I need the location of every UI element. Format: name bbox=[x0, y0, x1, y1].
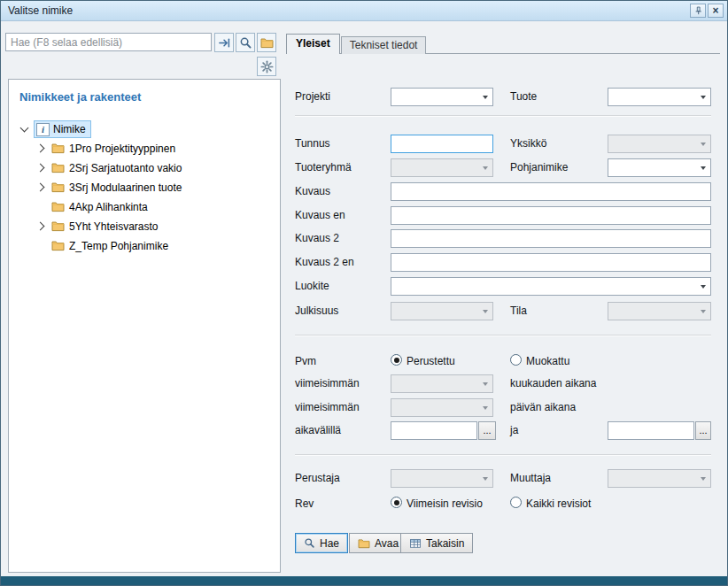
julkisuus-label: Julkisuus bbox=[295, 305, 338, 317]
perustaja-label: Perustaja bbox=[295, 472, 340, 484]
chevron-down-icon bbox=[696, 470, 710, 487]
search-input[interactable] bbox=[5, 33, 212, 51]
tree-root-item[interactable]: i Nimike bbox=[9, 120, 280, 139]
pvm-label: Pvm bbox=[295, 355, 316, 367]
projekti-label: Projekti bbox=[295, 90, 330, 103]
chevron-right-icon[interactable] bbox=[36, 183, 45, 192]
gear-icon bbox=[260, 60, 274, 73]
perustettu-radio[interactable] bbox=[391, 354, 402, 366]
chevron-right-icon[interactable] bbox=[36, 144, 45, 153]
tree-item[interactable]: 2Srj Sarjatuotanto vakio bbox=[9, 158, 280, 178]
tuote-label: Tuote bbox=[510, 90, 537, 103]
muokattu-radio[interactable] bbox=[510, 354, 522, 366]
folder-icon bbox=[358, 538, 370, 549]
close-button[interactable]: × bbox=[708, 4, 724, 18]
pohjanimike-select[interactable] bbox=[608, 158, 711, 177]
aikavali-start-input[interactable] bbox=[391, 421, 477, 440]
arrow-right-icon bbox=[218, 36, 231, 50]
tree-panel: Nimikkeet ja rakenteet i Nimike 1Pro Pro… bbox=[8, 79, 281, 573]
viimeisimman-paiva-select[interactable] bbox=[391, 398, 493, 417]
folder-icon bbox=[260, 37, 274, 49]
open-folder-button[interactable] bbox=[257, 33, 276, 52]
avaa-button[interactable]: Avaa bbox=[349, 533, 407, 553]
folder-icon bbox=[51, 201, 65, 212]
luokite-select[interactable] bbox=[391, 277, 711, 296]
tuoteryhma-select[interactable] bbox=[391, 158, 493, 177]
takaisin-button[interactable]: Takaisin bbox=[400, 533, 473, 553]
settings-button[interactable] bbox=[257, 57, 276, 76]
search-icon bbox=[304, 537, 315, 549]
avaa-button-label: Avaa bbox=[375, 537, 399, 550]
paivan-aikana-label: päivän aikana bbox=[510, 401, 576, 413]
kuvaus-input[interactable] bbox=[391, 182, 711, 201]
pin-button[interactable] bbox=[690, 4, 706, 18]
aikavali-end-input[interactable] bbox=[608, 421, 694, 440]
tree-item[interactable]: 3Srj Modulaarinen tuote bbox=[9, 178, 280, 197]
projekti-select[interactable] bbox=[391, 88, 493, 106]
tunnus-input[interactable] bbox=[391, 135, 493, 153]
tree-item[interactable]: 5Yht Yhteisvarasto bbox=[9, 217, 280, 236]
kuvaus2-en-label: Kuvaus 2 en bbox=[295, 256, 354, 268]
hae-button[interactable]: Hae bbox=[295, 533, 348, 553]
aikavali-start-browse-button[interactable]: ... bbox=[478, 421, 496, 440]
aikavali-end-browse-button[interactable]: ... bbox=[695, 421, 711, 440]
tab-yleiset[interactable]: Yleiset bbox=[286, 34, 340, 54]
search-button[interactable] bbox=[236, 33, 255, 52]
viimeisimman-label: viimeisimmän bbox=[295, 377, 360, 389]
tuote-select[interactable] bbox=[608, 88, 711, 106]
kuvaus2-input[interactable] bbox=[391, 229, 711, 248]
kuvaus-en-input[interactable] bbox=[391, 206, 711, 225]
tunnus-label: Tunnus bbox=[295, 137, 330, 150]
titlebar[interactable]: Valitse nimike × bbox=[1, 1, 727, 21]
chevron-down-icon bbox=[478, 159, 492, 176]
chevron-right-icon[interactable] bbox=[36, 164, 45, 173]
tree-item-label: 1Pro Projektityyppinen bbox=[69, 143, 175, 155]
item-info-icon: i bbox=[36, 123, 50, 136]
chevron-right-icon[interactable] bbox=[36, 222, 45, 231]
tila-select[interactable] bbox=[608, 302, 711, 320]
tree-item-label: 2Srj Sarjatuotanto vakio bbox=[69, 162, 182, 174]
viimeisimman-label: viimeisimmän bbox=[295, 401, 360, 413]
muuttaja-select[interactable] bbox=[608, 469, 711, 488]
tree-item-label: Z_Temp Pohjanimike bbox=[69, 240, 168, 252]
folder-icon bbox=[51, 143, 65, 154]
perustettu-radio-label[interactable]: Perustettu bbox=[407, 355, 455, 367]
tree-item-label: 3Srj Modulaarinen tuote bbox=[69, 181, 182, 194]
tree-root-label: Nimike bbox=[53, 123, 86, 135]
tree-item[interactable]: Z_Temp Pohjanimike bbox=[9, 236, 280, 256]
tab-tekniset-tiedot[interactable]: Tekniset tiedot bbox=[341, 36, 427, 54]
muuttaja-label: Muuttaja bbox=[510, 472, 551, 484]
chevron-down-icon[interactable] bbox=[20, 124, 29, 133]
luokite-label: Luokite bbox=[295, 280, 329, 292]
tree-item[interactable]: 4Akp Alihankinta bbox=[9, 197, 280, 217]
kuvaus2-en-input[interactable] bbox=[391, 253, 711, 272]
viimeisimman-kuukausi-select[interactable] bbox=[391, 374, 493, 393]
yksikko-label: Yksikkö bbox=[510, 137, 546, 150]
takaisin-button-label: Takaisin bbox=[426, 537, 464, 550]
kaikki-revisiot-radio-label[interactable]: Kaikki revisiot bbox=[526, 497, 591, 510]
tabstrip: Yleiset Tekniset tiedot bbox=[286, 34, 426, 54]
tree-item[interactable]: 1Pro Projektityyppinen bbox=[9, 139, 280, 158]
chevron-down-icon bbox=[696, 278, 710, 295]
tree-selection-highlight: i Nimike bbox=[34, 120, 91, 138]
separator bbox=[295, 115, 711, 117]
search-icon bbox=[239, 36, 252, 50]
kaikki-revisiot-radio[interactable] bbox=[510, 497, 522, 508]
muokattu-radio-label[interactable]: Muokattu bbox=[526, 355, 569, 367]
rev-label: Rev bbox=[295, 497, 314, 510]
folder-icon bbox=[51, 162, 65, 173]
go-search-button[interactable] bbox=[214, 33, 234, 52]
ja-label: ja bbox=[510, 424, 518, 436]
viimeisin-revisio-radio-label[interactable]: Viimeisin revisio bbox=[407, 497, 483, 510]
yksikko-select[interactable] bbox=[608, 135, 711, 153]
table-icon bbox=[409, 538, 422, 549]
perustaja-select[interactable] bbox=[391, 469, 493, 488]
folder-icon bbox=[51, 240, 65, 251]
folder-icon bbox=[51, 181, 65, 193]
pin-icon bbox=[693, 5, 704, 17]
julkisuus-select[interactable] bbox=[391, 302, 493, 320]
dialog-valitse-nimike: Valitse nimike × Nimikkeet ja rakenteet … bbox=[0, 0, 728, 586]
viimeisin-revisio-radio[interactable] bbox=[391, 497, 402, 508]
window-title: Valitse nimike bbox=[8, 1, 73, 21]
kuvaus2-label: Kuvaus 2 bbox=[295, 232, 339, 244]
